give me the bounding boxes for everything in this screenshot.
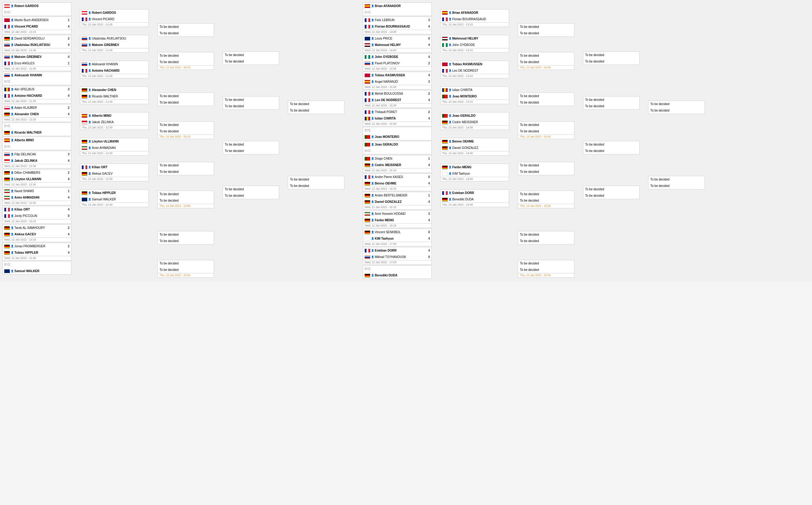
player-flag <box>365 218 370 222</box>
tbd-row-1: To be decided <box>518 162 574 169</box>
player-name: Thibault PORET <box>375 110 427 114</box>
tbd-row-1: To be decided <box>648 176 705 183</box>
player-name: Benedikt DUDA <box>375 274 430 277</box>
player-flag <box>365 255 370 259</box>
player-flag <box>4 131 10 135</box>
match-date: Wed, 12 Jan 2022 - 12:30 <box>2 201 71 205</box>
match-block: 👤Robert GARDOSBYE <box>2 2 71 16</box>
player-name: John OYEBODE <box>452 43 507 46</box>
player-flag <box>365 212 370 216</box>
tbd-block: To be decidedTo be decided <box>288 176 344 189</box>
player-row: 👤Daniel GONZALEZ4 <box>363 199 432 205</box>
player-flag <box>365 117 370 121</box>
player-flag <box>365 80 370 83</box>
player-row: 👤Tobias HIPPLER <box>80 189 149 196</box>
player-name: Robert GARDOS <box>92 11 147 14</box>
player-flag <box>442 165 448 169</box>
player-name: Tarek AL-SAMHOURY <box>14 226 66 229</box>
player-row: 👤Aleksa GACEV4 <box>2 231 71 238</box>
player-name: Tobias HIPPLER <box>14 251 66 255</box>
player-flag <box>365 55 370 59</box>
player-row: 👤KIM Taehyun4 <box>363 235 432 242</box>
tbd-row-1: To be decided <box>158 23 214 30</box>
player-name: Daniel GONZALEZ <box>375 200 427 203</box>
match-date: Thu, 13 Jan 2022 - 13:15 <box>440 74 509 78</box>
player-score: 2 <box>427 92 430 95</box>
player-name: Mahmoud HELMY <box>452 37 507 40</box>
person-icon: 👤 <box>449 114 452 117</box>
player-row: 👤Jordy PICCOLIN0 <box>2 213 71 219</box>
player-row: 👤Vincent SENKBEIL0 <box>363 228 432 235</box>
person-icon: 👤 <box>88 147 91 149</box>
player-row: 👤Andre Pierre KASES0 <box>363 173 432 180</box>
player-flag <box>82 17 87 21</box>
player-flag <box>82 191 87 195</box>
player-name: Filip DELINCAK <box>14 153 66 156</box>
tbd-block: To be decidedTo be decided <box>648 101 705 114</box>
player-name: John OYEBODE <box>375 55 427 58</box>
match-block: 👤Brian AFANADORBYE <box>363 2 432 16</box>
tbd-row-1: To be decided <box>158 93 214 99</box>
person-icon: 👤 <box>11 19 14 21</box>
player-flag <box>4 177 10 181</box>
player-row: 👤Jakub ZELINKA4 <box>2 158 71 164</box>
player-flag <box>365 157 370 161</box>
player-score: 2 <box>66 106 69 110</box>
person-icon: 👤 <box>88 43 91 46</box>
player-name: Vincent SENKBEIL <box>375 230 427 234</box>
person-icon: 👤 <box>371 164 374 166</box>
player-name: Jonas FROMBERGER <box>14 244 66 248</box>
player-name: Felix LEBRUN <box>375 18 427 22</box>
person-icon: 👤 <box>11 153 14 156</box>
player-flag <box>442 11 448 15</box>
player-flag <box>82 198 87 201</box>
player-score: 3 <box>427 18 430 22</box>
person-icon: 👤 <box>371 249 374 252</box>
tbd-block: To be decidedTo be decidedThu, 13 Jan 20… <box>518 121 574 139</box>
person-icon: 👤 <box>371 143 374 146</box>
person-icon: 👤 <box>11 95 14 97</box>
player-score: 2 <box>66 171 69 174</box>
tbd-row-2: To be decided <box>158 99 214 106</box>
player-row: 👤Leo DE NODREST <box>440 67 509 74</box>
player-flag <box>365 175 370 179</box>
tbd-date: Thu, 13 Jan 2022 - 19:45 <box>518 65 574 70</box>
tbd-block: To be decidedTo be decided <box>518 23 574 37</box>
tbd-block: To be decidedTo be decided <box>288 101 344 114</box>
player-name: Brian AFANADOR <box>375 4 430 8</box>
match-block: 👤Esteban DORR👤Benedikt DUDAThu, 13 Jan 2… <box>440 189 509 207</box>
tbd-row-1: To be decided <box>518 52 574 59</box>
player-flag <box>82 11 87 15</box>
player-row: 👤Filip DELINCAK3 <box>2 151 71 158</box>
player-row: 👤Florian BOURRASSAUD4 <box>363 23 432 30</box>
player-flag <box>365 230 370 234</box>
player-score: 4 <box>66 25 69 28</box>
player-name: Kilian ORT <box>92 165 147 169</box>
player-row: 👤Alberto MINO <box>2 137 71 143</box>
person-icon: 👤 <box>371 111 374 113</box>
player-name: Alexander CHEN <box>92 88 147 92</box>
player-name: Amir Hossein HODAEI <box>375 212 427 215</box>
tbd-row-1: To be decided <box>583 51 639 58</box>
person-icon: 👤 <box>11 74 14 76</box>
match-date: Wed, 12 Jan 2022 - 11:45 <box>2 48 71 53</box>
player-score: 4 <box>427 25 430 28</box>
player-name: Cedric MEISSNER <box>452 121 507 124</box>
match-date: Thu, 13 Jan 2022 - 12:30 <box>80 203 149 207</box>
person-icon: 👤 <box>11 62 14 65</box>
tbd-block: To be decidedTo be decided <box>648 176 705 189</box>
player-flag <box>82 146 87 150</box>
player-name: Benno OEHME <box>375 182 427 185</box>
player-row: 👤Lleyton ULLMANN4 <box>2 176 71 183</box>
player-flag <box>4 55 10 59</box>
player-flag <box>365 99 370 102</box>
player-row: 👤Tarek AL-SAMHOURY2 <box>2 224 71 231</box>
player-row: 👤Leo DE NODREST4 <box>363 97 432 104</box>
player-row: 👤Kilias ORT4 <box>2 206 71 213</box>
player-score: 3 <box>66 153 69 156</box>
player-name: Antoine HACHARD <box>14 94 66 98</box>
player-name: Leo DE NODREST <box>375 99 427 102</box>
player-row: 👤Martin Buch ANDERSEN1 <box>2 17 71 23</box>
player-name: Daniel GONZALEZ <box>452 146 507 150</box>
player-score: 1 <box>66 18 69 22</box>
